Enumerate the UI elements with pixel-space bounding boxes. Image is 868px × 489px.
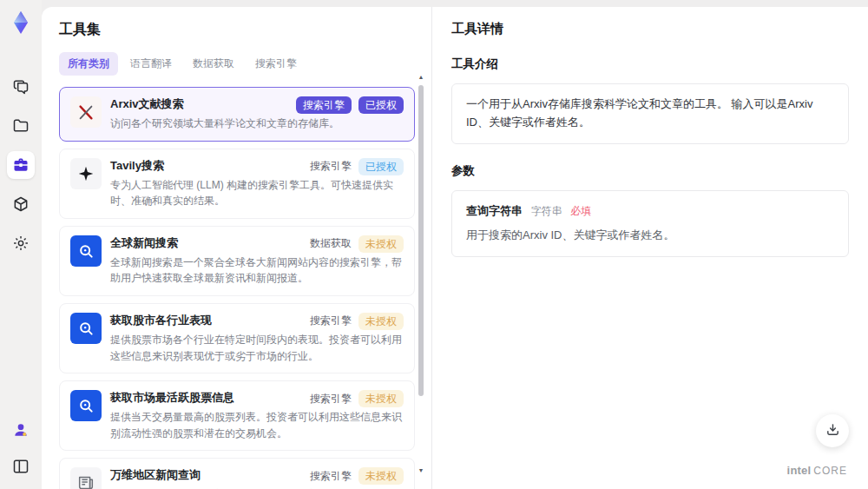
- list-scrollbar[interactable]: ▲ ▼: [418, 73, 424, 486]
- auth-badge: 未授权: [358, 313, 404, 330]
- intel-core-logo: intel CORE: [787, 464, 847, 477]
- auth-badge: 未授权: [358, 235, 404, 253]
- rail-bottom: [7, 416, 35, 480]
- auth-badge: 未授权: [358, 467, 404, 485]
- category-tabs: 所有类别语言翻译数据获取搜索引擎: [59, 52, 411, 76]
- param-name: 查询字符串: [466, 204, 523, 217]
- tool-list-panel: 工具集 所有类别语言翻译数据获取搜索引擎 Arxiv文献搜索访问各个研究领域大量…: [42, 7, 432, 489]
- tab-1[interactable]: 语言翻译: [122, 52, 181, 76]
- tool-badges: 搜索引擎已授权: [310, 158, 404, 175]
- auth-badge: 已授权: [358, 158, 404, 175]
- folder-icon: [12, 117, 30, 135]
- download-icon: [825, 422, 840, 440]
- scroll-down-icon[interactable]: ▼: [418, 466, 424, 475]
- rail-item-chat[interactable]: [7, 73, 35, 101]
- news-icon: [70, 467, 102, 489]
- intro-box: 一个用于从Arxiv存储库搜索科学论文和文章的工具。 输入可以是Arxiv ID…: [451, 83, 849, 144]
- param-required-badge: 必填: [570, 205, 591, 217]
- cube-icon: [12, 195, 30, 213]
- blue-search-icon: [70, 235, 102, 267]
- blue-search-icon: [70, 390, 102, 421]
- app-window: 工具集 所有类别语言翻译数据获取搜索引擎 Arxiv文献搜索访问各个研究领域大量…: [0, 0, 868, 489]
- param-description: 用于搜索的Arxiv ID、关键字或作者姓名。: [466, 227, 834, 245]
- tool-description: 提供股票市场各个行业在特定时间段内的表现。投资者可以利用这些信息来识别表现优于或…: [110, 332, 404, 364]
- tool-card-2[interactable]: 全球新闻搜索全球新闻搜索是一个聚合全球各大新闻网站内容的搜索引擎，帮助用户快速获…: [59, 226, 415, 296]
- tool-badges: 搜索引擎未授权: [310, 467, 404, 485]
- auth-badge: 未授权: [358, 390, 404, 407]
- user-icon: [12, 421, 30, 439]
- rail-item-collapse[interactable]: [7, 453, 35, 480]
- tool-badges: 搜索引擎已授权: [296, 96, 404, 114]
- gear-icon: [12, 235, 30, 252]
- tool-card-4[interactable]: 获取市场最活跃股票信息提供当天交易量最高的股票列表。投资者可以利用这些信息来识别…: [59, 380, 415, 451]
- main-window: 工具集 所有类别语言翻译数据获取搜索引擎 Arxiv文献搜索访问各个研究领域大量…: [42, 7, 868, 489]
- category-label: 搜索引擎: [310, 159, 352, 174]
- page-title: 工具集: [59, 21, 411, 39]
- category-label: 搜索引擎: [310, 469, 352, 484]
- rail-item-user[interactable]: [7, 416, 35, 444]
- tool-badges: 搜索引擎未授权: [310, 313, 404, 330]
- rail-nav: [7, 73, 35, 257]
- arxiv-icon: [70, 96, 102, 128]
- tool-card-0[interactable]: Arxiv文献搜索访问各个研究领域大量科学论文和文章的存储库。搜索引擎已授权: [59, 87, 415, 142]
- scroll-up-icon[interactable]: ▲: [418, 73, 424, 82]
- toolbox-icon: [12, 156, 30, 174]
- tab-3[interactable]: 搜索引擎: [247, 52, 306, 76]
- rail-item-folder[interactable]: [7, 112, 35, 140]
- rail-item-toolbox[interactable]: [7, 151, 35, 179]
- blue-search-icon: [70, 313, 102, 344]
- tab-2[interactable]: 数据获取: [184, 52, 243, 76]
- chat-icon: [12, 78, 30, 96]
- detail-title: 工具详情: [451, 21, 849, 37]
- tab-0[interactable]: 所有类别: [59, 52, 118, 76]
- param-header: 查询字符串 字符串 必填: [466, 202, 834, 221]
- intro-heading: 工具介绍: [451, 56, 849, 72]
- app-logo-icon: [7, 9, 35, 36]
- auth-badge: 已授权: [358, 96, 404, 114]
- tool-badges: 数据获取未授权: [310, 235, 404, 253]
- category-label: 数据获取: [310, 236, 352, 251]
- tool-detail-panel: 工具详情 工具介绍 一个用于从Arxiv存储库搜索科学论文和文章的工具。 输入可…: [432, 7, 868, 489]
- params-heading: 参数: [451, 163, 849, 179]
- tool-cards: Arxiv文献搜索访问各个研究领域大量科学论文和文章的存储库。搜索引擎已授权Ta…: [59, 87, 415, 489]
- param-type: 字符串: [531, 205, 562, 217]
- category-badge: 搜索引擎: [296, 96, 352, 114]
- category-label: 搜索引擎: [310, 314, 352, 328]
- tool-description: 专为人工智能代理 (LLM) 构建的搜索引擎工具。可快速提供实时、准确和真实的结…: [110, 177, 404, 209]
- collapse-panel-icon: [12, 458, 30, 475]
- intel-wordmark: intel: [787, 464, 812, 477]
- param-box: 查询字符串 字符串 必填 用于搜索的Arxiv ID、关键字或作者姓名。: [451, 190, 849, 258]
- core-wordmark: CORE: [813, 465, 847, 477]
- tavily-icon: [70, 158, 102, 189]
- tool-card-5[interactable]: 万维地区新闻查询查询具体行政区划内的新闻，快速了解各地新闻动搜索引擎未授权: [59, 458, 415, 489]
- tool-card-1[interactable]: Tavily搜索专为人工智能代理 (LLM) 构建的搜索引擎工具。可快速提供实时…: [59, 149, 415, 219]
- tool-description: 全球新闻搜索是一个聚合全球各大新闻网站内容的搜索引擎，帮助用户快速获取全球最新资…: [110, 254, 404, 287]
- scrollbar-thumb[interactable]: [418, 85, 424, 396]
- download-button[interactable]: [816, 414, 849, 447]
- tool-card-3[interactable]: 获取股市各行业表现提供股票市场各个行业在特定时间段内的表现。投资者可以利用这些信…: [59, 303, 415, 373]
- tool-badges: 搜索引擎未授权: [310, 390, 404, 407]
- rail-item-settings[interactable]: [7, 229, 35, 257]
- left-rail: [0, 0, 42, 489]
- category-label: 搜索引擎: [310, 392, 352, 406]
- tool-description: 访问各个研究领域大量科学论文和文章的存储库。: [110, 116, 404, 132]
- rail-item-cube[interactable]: [7, 190, 35, 218]
- tool-description: 提供当天交易量最高的股票列表。投资者可以利用这些信息来识别流动性强的股票和潜在的…: [110, 409, 404, 441]
